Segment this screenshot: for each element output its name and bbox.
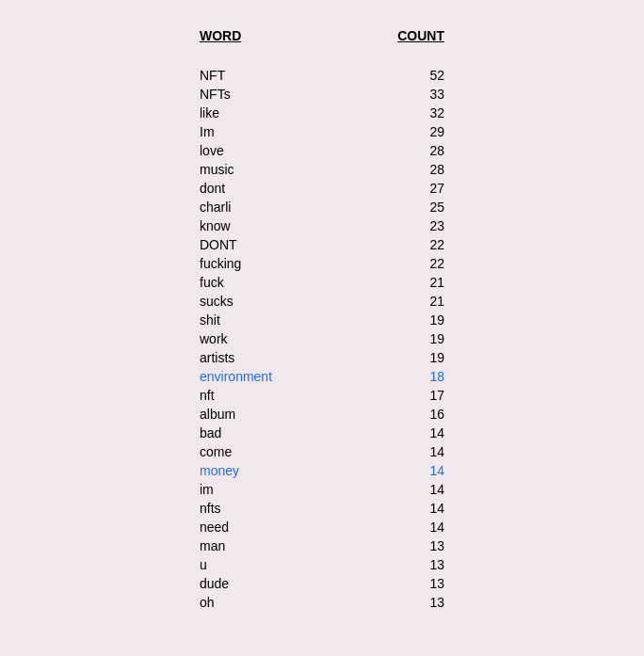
cell-word: oh (200, 595, 331, 610)
cell-count: 52 (388, 68, 444, 83)
cell-word: fuck (200, 275, 331, 290)
table-row: album16 (200, 405, 444, 424)
cell-word: NFT (200, 68, 331, 83)
cell-word: come (200, 444, 331, 459)
cell-word: charli (200, 200, 331, 215)
table-row: money14 (200, 461, 444, 480)
table-header: WORD COUNT (200, 28, 444, 47)
word-column-header: WORD (200, 28, 331, 43)
table-row: DONT22 (200, 235, 444, 254)
cell-count: 13 (388, 576, 444, 591)
table-row: Im29 (200, 122, 444, 141)
cell-word: shit (200, 312, 331, 328)
cell-count: 14 (388, 501, 444, 516)
table-row: sucks21 (200, 292, 444, 311)
cell-count: 27 (388, 181, 444, 196)
cell-count: 23 (388, 218, 444, 233)
table-row: oh13 (200, 593, 444, 612)
cell-count: 17 (388, 388, 444, 403)
cell-count: 21 (388, 275, 444, 290)
cell-count: 33 (388, 87, 444, 102)
cell-count: 21 (388, 294, 444, 309)
cell-count: 32 (388, 105, 444, 120)
table-row: come14 (200, 442, 444, 461)
table-row: dude13 (200, 574, 444, 593)
table-row: NFT52 (200, 66, 444, 85)
cell-count: 28 (388, 162, 444, 177)
cell-word: like (200, 105, 331, 120)
table-row: love28 (200, 141, 444, 160)
cell-word: dude (200, 576, 331, 591)
cell-word: environment (200, 369, 331, 384)
table-row: nfts14 (200, 499, 444, 518)
cell-word: music (200, 162, 331, 177)
cell-count: 16 (388, 407, 444, 422)
table-row: fucking22 (200, 254, 444, 273)
cell-count: 13 (388, 595, 444, 610)
cell-count: 14 (388, 463, 444, 478)
cell-count: 25 (388, 200, 444, 215)
table-row: environment18 (200, 367, 444, 386)
cell-count: 19 (388, 331, 444, 346)
cell-word: fucking (200, 256, 331, 271)
cell-count: 29 (388, 124, 444, 139)
cell-word: know (200, 218, 331, 233)
cell-word: man (200, 538, 331, 553)
table-row: u13 (200, 555, 444, 574)
cell-count: 19 (388, 312, 444, 328)
cell-count: 22 (388, 256, 444, 271)
table-row: dont27 (200, 179, 444, 198)
cell-word: u (200, 557, 331, 572)
cell-word: album (200, 407, 331, 422)
table-row: know23 (200, 216, 444, 235)
cell-word: dont (200, 181, 331, 196)
cell-word: Im (200, 124, 331, 139)
cell-word: im (200, 482, 331, 497)
cell-word: sucks (200, 294, 331, 309)
table-row: like32 (200, 104, 444, 122)
cell-word: NFTs (200, 87, 331, 102)
cell-word: love (200, 143, 331, 158)
table-row: charli25 (200, 198, 444, 216)
cell-word: bad (200, 425, 331, 440)
table-row: need14 (200, 518, 444, 536)
table-row: im14 (200, 480, 444, 499)
cell-count: 13 (388, 538, 444, 553)
cell-word: DONT (200, 237, 331, 252)
table-row: bad14 (200, 424, 444, 442)
table-row: music28 (200, 160, 444, 179)
cell-count: 14 (388, 482, 444, 497)
cell-word: nfts (200, 501, 331, 516)
table-body: NFT52NFTs33like32Im29love28music28dont27… (200, 66, 444, 612)
cell-count: 28 (388, 143, 444, 158)
cell-count: 13 (388, 557, 444, 572)
table-row: artists19 (200, 348, 444, 367)
word-count-table: WORD COUNT NFT52NFTs33like32Im29love28mu… (200, 28, 444, 612)
cell-word: money (200, 463, 331, 478)
cell-word: artists (200, 350, 331, 365)
table-row: NFTs33 (200, 85, 444, 104)
cell-word: nft (200, 388, 331, 403)
table-row: shit19 (200, 311, 444, 329)
cell-count: 18 (388, 369, 444, 384)
table-row: fuck21 (200, 273, 444, 292)
cell-count: 14 (388, 444, 444, 459)
table-row: nft17 (200, 386, 444, 405)
cell-count: 14 (388, 425, 444, 440)
cell-count: 22 (388, 237, 444, 252)
cell-count: 19 (388, 350, 444, 365)
cell-word: need (200, 520, 331, 535)
cell-count: 14 (388, 520, 444, 535)
table-row: work19 (200, 329, 444, 348)
table-row: man13 (200, 536, 444, 555)
count-column-header: COUNT (388, 28, 444, 43)
cell-word: work (200, 331, 331, 346)
